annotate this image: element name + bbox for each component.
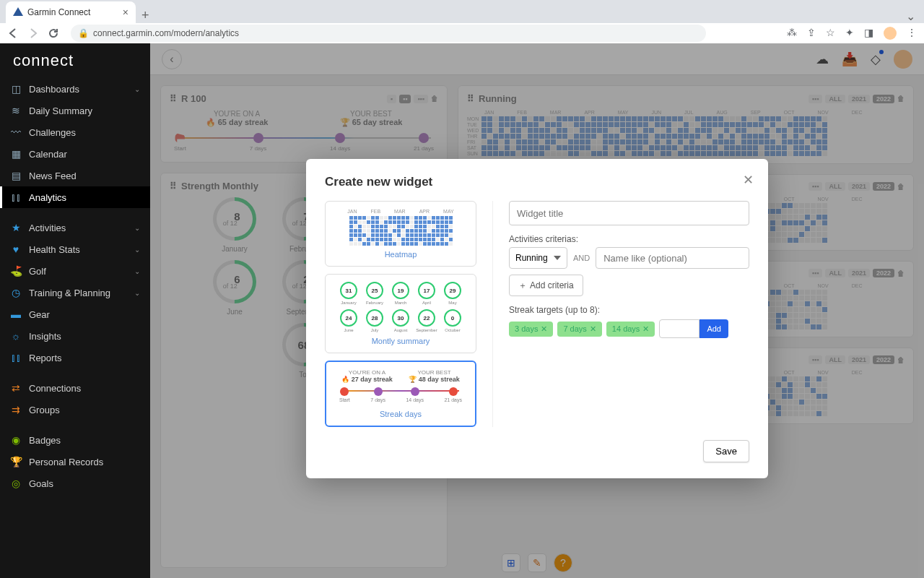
nav-icon: ☼ xyxy=(10,330,22,342)
nav-icon: ◎ xyxy=(10,478,22,489)
sidebar-item-calendar[interactable]: ▦Calendar xyxy=(0,143,150,165)
tag-input[interactable] xyxy=(659,319,699,338)
chevron-down-icon: ⌄ xyxy=(134,267,140,275)
back-icon[interactable] xyxy=(7,27,19,39)
sidebar: connect ◫Dashboards⌄≋Daily Summary〰Chall… xyxy=(0,43,150,578)
nav-icon: ≋ xyxy=(10,105,22,116)
create-widget-modal: ✕ Create new widget JANFEBMARAPRMAY Heat… xyxy=(306,159,768,478)
nav-icon: ⇄ xyxy=(10,382,22,394)
add-criteria-button[interactable]: ＋ Add criteria xyxy=(509,275,583,296)
tab-bar: Garmin Connect × + ⌄ xyxy=(0,0,924,23)
sidebar-item-activities[interactable]: ★Activities⌄ xyxy=(0,217,150,238)
nav-icon: ♥ xyxy=(10,243,22,255)
sidebar-item-dashboards[interactable]: ◫Dashboards⌄ xyxy=(0,78,150,100)
sidebar-item-personal-records[interactable]: 🏆Personal Records xyxy=(0,451,150,473)
remove-tag-icon[interactable]: ✕ xyxy=(642,324,649,334)
save-button[interactable]: Save xyxy=(703,440,749,462)
sidebar-item-connections[interactable]: ⇄Connections xyxy=(0,377,150,399)
profile-avatar[interactable] xyxy=(884,27,897,40)
sidebar-item-reports[interactable]: ⫿⫿Reports xyxy=(0,347,150,368)
close-icon[interactable]: × xyxy=(123,7,128,18)
favicon xyxy=(13,7,23,17)
logo: connect xyxy=(0,43,150,78)
streak-tag: 3 days ✕ xyxy=(509,322,553,337)
widget-option-streak[interactable]: YOU'RE ON A🔥 27 day streakYOUR BEST🏆 48 … xyxy=(325,361,476,427)
nav-icon: ⫿⫿ xyxy=(10,352,22,363)
chevron-down-icon: ⌄ xyxy=(134,224,140,232)
chevron-down-icon: ⌄ xyxy=(134,85,140,93)
nav-icon: ▬ xyxy=(10,309,22,320)
nav-icon: ▦ xyxy=(10,148,22,160)
tab-title: Garmin Connect xyxy=(27,7,90,17)
sidebar-item-golf[interactable]: ⛳Golf⌄ xyxy=(0,260,150,282)
nav-icon: ▤ xyxy=(10,170,22,181)
widget-option-heatmap[interactable]: JANFEBMARAPRMAY Heatmap xyxy=(325,201,476,267)
nav-icon: ◉ xyxy=(10,434,22,446)
nav-icon: ⫿⫿ xyxy=(10,191,22,203)
streak-tag: 14 days ✕ xyxy=(606,322,655,337)
url-text: connect.garmin.com/modern/analytics xyxy=(93,28,239,38)
nav-icon: 〰 xyxy=(10,126,22,138)
sidebar-item-goals[interactable]: ◎Goals xyxy=(0,473,150,494)
window-chevron-icon[interactable]: ⌄ xyxy=(906,9,915,23)
sidebar-item-training-&-planning[interactable]: ◷Training & Planning⌄ xyxy=(0,282,150,303)
close-icon[interactable]: ✕ xyxy=(743,172,754,188)
modal-overlay[interactable]: ✕ Create new widget JANFEBMARAPRMAY Heat… xyxy=(150,43,924,578)
sidebar-item-news-feed[interactable]: ▤News Feed xyxy=(0,165,150,186)
nav-icon: ◷ xyxy=(10,287,22,298)
sidebar-item-badges[interactable]: ◉Badges xyxy=(0,429,150,451)
reload-icon[interactable] xyxy=(48,27,59,39)
widget-option-monthly[interactable]: 31January25February19March17April29May24… xyxy=(325,274,476,353)
modal-title: Create new widget xyxy=(325,175,749,189)
widget-title-input[interactable] xyxy=(509,201,749,225)
nav-icon: ◫ xyxy=(10,83,22,95)
nav-icon: ⛳ xyxy=(10,265,22,277)
sidebar-item-analytics[interactable]: ⫿⫿Analytics xyxy=(0,186,150,208)
menu-icon[interactable]: ⋮ xyxy=(907,27,917,40)
sidebar-item-gear[interactable]: ▬Gear xyxy=(0,303,150,325)
sidebar-item-health-stats[interactable]: ♥Health Stats⌄ xyxy=(0,238,150,260)
translate-icon[interactable]: ⁂ xyxy=(787,27,797,40)
activity-select[interactable]: Running xyxy=(509,247,567,269)
share-icon[interactable]: ⇪ xyxy=(807,27,816,40)
nav-icon: ⇉ xyxy=(10,404,22,415)
remove-tag-icon[interactable]: ✕ xyxy=(541,324,547,334)
main-area: ‹ ☁ 📥 ◇ ⠿R 100 ▪▪▪▪▪▪🗑 YOU'RE ON A🔥 65 d… xyxy=(150,43,924,578)
url-field[interactable]: 🔒 connect.garmin.com/modern/analytics xyxy=(71,25,706,42)
sidebar-item-challenges[interactable]: 〰Challenges xyxy=(0,121,150,143)
chevron-down-icon: ⌄ xyxy=(134,246,140,254)
sidebar-item-daily-summary[interactable]: ≋Daily Summary xyxy=(0,100,150,121)
forward-icon[interactable] xyxy=(27,27,39,39)
name-filter-input[interactable] xyxy=(596,247,749,269)
sidebar-item-groups[interactable]: ⇉Groups xyxy=(0,399,150,420)
panel-icon[interactable]: ◨ xyxy=(864,27,873,40)
new-tab-button[interactable]: + xyxy=(141,8,149,23)
chevron-down-icon: ⌄ xyxy=(134,289,140,297)
star-icon[interactable]: ☆ xyxy=(826,27,835,40)
sidebar-item-insights[interactable]: ☼Insights xyxy=(0,325,150,347)
add-tag-button[interactable]: Add xyxy=(699,319,728,338)
browser-tab[interactable]: Garmin Connect × xyxy=(6,1,136,23)
remove-tag-icon[interactable]: ✕ xyxy=(590,324,596,334)
extensions-icon[interactable]: ✦ xyxy=(845,27,854,40)
nav-icon: ★ xyxy=(10,222,22,233)
lock-icon: 🔒 xyxy=(78,28,89,38)
browser-chrome: Garmin Connect × + ⌄ 🔒 connect.garmin.co… xyxy=(0,0,924,43)
address-bar: 🔒 connect.garmin.com/modern/analytics ⁂ … xyxy=(0,23,924,43)
nav-icon: 🏆 xyxy=(10,456,22,467)
streak-tag: 7 days ✕ xyxy=(557,322,601,337)
browser-actions: ⁂ ⇪ ☆ ✦ ◨ ⋮ xyxy=(787,27,917,40)
